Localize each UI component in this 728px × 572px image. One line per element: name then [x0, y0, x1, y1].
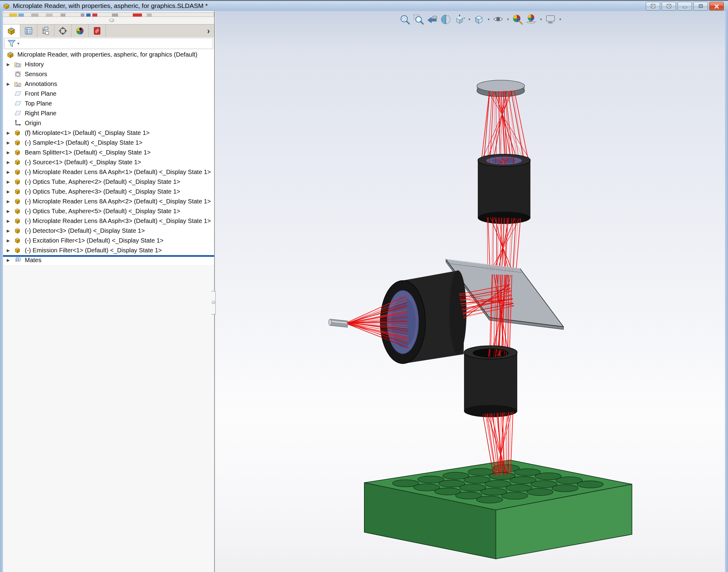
tree-item-optics-tube-asphere-5[interactable]: ▶ (-) Optics Tube, Asphere<5> (Default) …	[3, 206, 214, 216]
expand-arrow-icon[interactable]: ▶	[7, 189, 14, 194]
view-orientation-dropdown-arrow[interactable]: ▾	[467, 17, 472, 21]
expand-arrow-icon[interactable]: ▶	[7, 219, 14, 223]
part-icon	[14, 158, 22, 166]
feature-manager-panel: › ▾ Microplate Reader, with properties, …	[3, 11, 215, 572]
tab-dimxpert-manager[interactable]	[55, 24, 72, 37]
tree-item-mr-lens-8a-asph-1[interactable]: ▶ (-) Microplate Reader Lens 8A Asph<1> …	[3, 167, 214, 177]
panel-expand-chevron[interactable]: ›	[207, 26, 210, 36]
hide-show-items-dropdown-arrow[interactable]: ▾	[506, 17, 510, 21]
display-style-dropdown-arrow[interactable]: ▾	[486, 17, 491, 21]
tree-item-excitation-filter-1[interactable]: ▶ (-) Excitation Filter<1> (Default) <_D…	[3, 235, 214, 245]
tree-item-mr-lens-8a-asph-3[interactable]: ▶ (-) Microplate Reader Lens 8A Asph<3> …	[3, 216, 214, 226]
upper-optics-tube-3d[interactable]	[478, 154, 530, 224]
tree-item-origin[interactable]: Origin	[3, 118, 214, 128]
rollback-bar[interactable]	[3, 255, 214, 257]
tree-item-history[interactable]: ▶ History	[3, 59, 214, 69]
tree-item-label: (-) Excitation Filter<1> (Default) <_Dis…	[25, 237, 164, 244]
expand-arrow-icon[interactable]: ▶	[7, 180, 14, 184]
part-icon	[14, 246, 22, 254]
assembly-icon	[7, 51, 15, 58]
graphics-viewport[interactable]: ▾▾▾▾▾	[215, 11, 725, 572]
well-0-4[interactable]	[577, 481, 603, 488]
filter-funnel-icon[interactable]	[7, 39, 16, 48]
previous-view-button[interactable]	[426, 13, 439, 26]
minimize-button[interactable]	[677, 2, 692, 10]
section-view-button[interactable]	[440, 13, 452, 26]
plane-icon	[14, 99, 22, 108]
expand-arrow-icon[interactable]: ▶	[7, 62, 14, 67]
tab-addin-manager[interactable]	[89, 24, 106, 37]
part-icon	[14, 178, 22, 186]
expand-arrow-icon[interactable]: ▶	[7, 140, 14, 145]
toggle-right-pane-button[interactable]	[662, 2, 676, 10]
expand-arrow-icon[interactable]: ▶	[7, 160, 14, 164]
tree-item-optics-tube-asphere-2[interactable]: ▶ (-) Optics Tube, Asphere<2> (Default) …	[3, 177, 214, 187]
source-lens-tube-3d[interactable]	[380, 270, 466, 364]
view-settings-dropdown-arrow[interactable]: ▾	[558, 17, 563, 21]
filter-dropdown-caret[interactable]: ▾	[17, 41, 19, 46]
zoom-to-area-button[interactable]	[412, 13, 425, 26]
well-2-4[interactable]	[527, 489, 553, 496]
tree-item-emission-filter-1[interactable]: ▶ (-) Emission Filter<1> (Default) <_Dis…	[3, 245, 214, 255]
expand-arrow-icon[interactable]: ▶	[7, 170, 14, 174]
3d-scene[interactable]	[215, 11, 725, 572]
expand-arrow-icon[interactable]: ▶	[7, 228, 14, 233]
tree-item-optics-tube-asphere-3[interactable]: ▶ (-) Optics Tube, Asphere<3> (Default) …	[3, 187, 214, 196]
expand-arrow-icon[interactable]: ▶	[7, 82, 14, 86]
tree-item-beam-splitter-1[interactable]: ▶ Beam Splitter<1> (Default) <_Display S…	[3, 147, 214, 157]
tab-featuremanager-design-tree[interactable]	[3, 24, 20, 37]
view-orientation-button[interactable]	[453, 13, 466, 26]
expand-arrow-icon[interactable]: ▶	[7, 248, 14, 253]
hide-show-items-button[interactable]	[492, 13, 505, 26]
restore-button[interactable]	[694, 2, 708, 10]
tab-display-manager[interactable]	[72, 24, 89, 37]
tree-item-mr-lens-8a-asph-2[interactable]: ▶ (-) Microplate Reader Lens 8A Asph<2> …	[3, 196, 214, 206]
tree-item-label: (-) Microplate Reader Lens 8A Asph<1> (D…	[25, 168, 211, 175]
tree-filter-bar[interactable]: ▾	[4, 38, 213, 49]
tree-item-sample-1[interactable]: ▶ (-) Sample<1> (Default) <_Display Stat…	[3, 138, 214, 147]
panel-splitter-dot[interactable]	[212, 301, 215, 304]
edit-appearance-button[interactable]	[511, 13, 524, 26]
tree-item-label: (-) Emission Filter<1> (Default) <_Displ…	[25, 247, 162, 254]
tree-item-microplate-1[interactable]: ▶ (f) Microplate<1> (Default) <_Display …	[3, 128, 214, 138]
expand-arrow-icon[interactable]: ▶	[7, 238, 14, 243]
tree-item-source-1[interactable]: ▶ (-) Source<1> (Default) <_Display Stat…	[3, 157, 214, 167]
part-icon	[14, 207, 22, 215]
zoom-to-fit-button[interactable]	[398, 13, 411, 26]
expand-arrow-icon[interactable]: ▶	[7, 131, 14, 135]
tree-item-root[interactable]: Microplate Reader, with properties, asph…	[3, 50, 214, 59]
display-style-button[interactable]	[472, 13, 486, 26]
tree-item-sensors[interactable]: Sensors	[3, 69, 214, 79]
apply-scene-dropdown-arrow[interactable]: ▾	[539, 17, 543, 21]
part-icon	[14, 236, 22, 244]
detector-disk-3d[interactable]	[477, 80, 525, 97]
pane-sliver-fragment	[92, 13, 97, 17]
well-3-4[interactable]	[502, 492, 528, 499]
apply-scene-button[interactable]	[525, 13, 538, 26]
expand-arrow-icon[interactable]: ▶	[7, 150, 14, 155]
tree-item-top-plane[interactable]: Top Plane	[3, 98, 214, 108]
property-manager-icon	[24, 26, 33, 35]
pane-sliver-fragment	[86, 13, 90, 17]
close-button[interactable]	[709, 2, 724, 10]
well-4-4[interactable]	[477, 496, 503, 503]
configuration-manager-icon	[41, 26, 51, 35]
tree-item-front-plane[interactable]: Front Plane	[3, 89, 214, 98]
well-1-4[interactable]	[552, 485, 578, 492]
tree-item-right-plane[interactable]: Right Plane	[3, 108, 214, 118]
expand-arrow-icon[interactable]: ▶	[7, 258, 14, 263]
panel-vertical-splitter[interactable]	[211, 291, 216, 314]
tab-property-manager[interactable]	[20, 24, 37, 37]
tree-item-annotations[interactable]: ▶ Annotations	[3, 79, 214, 89]
tree-item-label: Beam Splitter<1> (Default) <_Display Sta…	[25, 149, 150, 156]
tab-configuration-manager[interactable]	[37, 24, 55, 37]
toggle-left-pane-button[interactable]	[646, 2, 660, 10]
expand-arrow-icon[interactable]: ▶	[7, 209, 14, 214]
tree-item-detector-3[interactable]: ▶ (-) Detector<3> (Default) <_Display St…	[3, 226, 214, 235]
view-settings-button[interactable]	[544, 13, 557, 26]
expand-arrow-icon[interactable]: ▶	[7, 199, 14, 204]
pane-splitter-grip[interactable]	[109, 19, 114, 22]
source-fiber-3d[interactable]	[329, 319, 348, 327]
pane-horizontal-splitter[interactable]	[3, 17, 214, 24]
lower-optics-tube-3d[interactable]	[464, 346, 517, 417]
